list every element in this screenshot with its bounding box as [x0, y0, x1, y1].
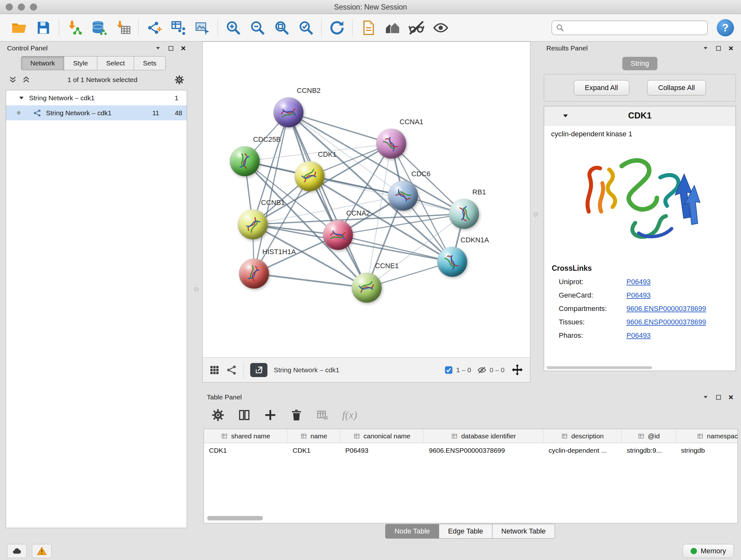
show-elements-button[interactable]	[428, 17, 453, 39]
selected-checkbox-icon[interactable]	[444, 366, 453, 374]
search-input[interactable]	[567, 24, 703, 32]
close-window-button[interactable]	[6, 3, 13, 10]
apply-layout-button[interactable]	[325, 17, 349, 39]
save-session-button[interactable]	[31, 17, 56, 39]
column-header-canonical-name[interactable]: canonical name	[340, 429, 424, 443]
network-collection-row[interactable]: String Network – cdk1 1	[6, 90, 187, 105]
pan-move-icon[interactable]	[511, 364, 524, 376]
network-edge[interactable]	[288, 112, 367, 288]
panel-splitter-handle[interactable]	[194, 287, 199, 292]
tab-edge-table[interactable]: Edge Table	[439, 524, 492, 539]
show-columns-icon[interactable]	[238, 408, 251, 422]
import-table-button[interactable]	[111, 17, 135, 39]
table-row[interactable]: CDK1CDK1P064939606.ENSP00000378699cyclin…	[204, 443, 738, 458]
network-node-ccna2[interactable]	[323, 220, 353, 250]
tab-sets[interactable]: Sets	[134, 57, 165, 70]
tab-string[interactable]: String	[622, 57, 657, 70]
column-header-shared-name[interactable]: shared name	[204, 429, 287, 443]
column-header-description[interactable]: description	[543, 429, 622, 443]
table-settings-gear-icon[interactable]	[211, 408, 225, 422]
float-panel-icon[interactable]	[169, 46, 173, 51]
help-button[interactable]: ?	[717, 19, 734, 37]
tab-network[interactable]: Network	[21, 57, 64, 70]
clone-network-button[interactable]	[166, 17, 190, 39]
column-header-namespac[interactable]: namespac	[676, 429, 738, 443]
import-network-file-button[interactable]	[62, 17, 86, 39]
collapse-card-icon[interactable]	[562, 112, 569, 119]
memory-button[interactable]: Memory	[683, 544, 734, 558]
column-header-name[interactable]: name	[287, 429, 340, 443]
tab-style[interactable]: Style	[64, 57, 97, 70]
panel-menu-icon[interactable]	[155, 45, 161, 51]
network-edge[interactable]	[253, 112, 288, 225]
import-network-database-button[interactable]	[86, 17, 111, 39]
zoom-fit-button[interactable]	[270, 17, 294, 39]
new-network-button[interactable]	[142, 17, 166, 39]
birdseye-view-icon[interactable]	[209, 365, 220, 375]
network-node-ccnb1[interactable]	[238, 209, 268, 240]
expand-all-button[interactable]: Expand All	[574, 80, 629, 96]
crosslink-link[interactable]: 9606.ENSP00000378699	[626, 305, 706, 313]
open-session-button[interactable]	[7, 17, 31, 39]
network-node-ccne1[interactable]	[352, 273, 382, 303]
network-row-selected[interactable]: String Network – cdk1 11 48	[6, 105, 187, 120]
network-node-hist1h1a[interactable]	[239, 259, 269, 289]
expand-all-networks-button[interactable]	[22, 75, 30, 84]
network-node-cdk1[interactable]	[294, 161, 325, 191]
protein-result-card: CDK1 cyclin-dependent kinase 1	[544, 106, 736, 371]
new-view-button[interactable]	[190, 17, 214, 39]
panel-menu-icon[interactable]	[703, 394, 709, 400]
network-edge[interactable]	[288, 112, 391, 144]
tab-network-table[interactable]: Network Table	[492, 524, 555, 539]
warnings-button[interactable]	[32, 544, 52, 558]
collection-disclosure-icon[interactable]	[18, 95, 24, 101]
network-edge[interactable]	[254, 273, 367, 288]
zoom-out-button[interactable]	[246, 17, 270, 39]
close-panel-icon[interactable]: ×	[729, 393, 733, 401]
float-panel-icon[interactable]	[716, 46, 721, 51]
network-node-cdkn1a[interactable]	[437, 247, 467, 277]
collapse-all-button[interactable]: Collapse All	[647, 80, 706, 96]
network-node-cdc6[interactable]	[388, 181, 418, 211]
column-header-@id[interactable]: @id	[622, 429, 676, 443]
crosslink-link[interactable]: P06493	[626, 331, 651, 340]
copy-style-button[interactable]	[356, 17, 380, 39]
results-scrollbar[interactable]	[547, 366, 652, 369]
main-toolbar: ?	[0, 14, 741, 42]
network-node-rb1[interactable]	[449, 199, 479, 229]
database-icon	[91, 20, 107, 36]
home-button[interactable]	[380, 17, 404, 39]
zoom-in-button[interactable]	[221, 17, 246, 39]
hidden-eye-icon[interactable]	[477, 366, 486, 374]
close-panel-icon[interactable]: ×	[181, 44, 186, 52]
zoom-window-button[interactable]	[30, 3, 37, 10]
table-horizontal-scrollbar[interactable]	[207, 516, 263, 520]
panel-splitter-handle[interactable]	[534, 212, 538, 216]
network-node-ccna1[interactable]	[376, 129, 406, 159]
float-panel-icon[interactable]	[716, 395, 721, 400]
close-panel-icon[interactable]: ×	[729, 44, 733, 52]
column-header-database-identifier[interactable]: database identifier	[424, 429, 543, 443]
zoom-selected-button[interactable]	[294, 17, 318, 39]
add-column-icon[interactable]	[264, 408, 277, 422]
tab-node-table[interactable]: Node Table	[385, 524, 439, 539]
network-options-gear-icon[interactable]	[174, 75, 185, 85]
network-edge[interactable]	[310, 176, 464, 214]
crosslink-link[interactable]: P06493	[626, 278, 651, 286]
network-node-cdc25b[interactable]	[230, 146, 260, 176]
protein-card-header[interactable]: CDK1	[544, 106, 736, 125]
warning-icon	[37, 546, 47, 556]
minimize-window-button[interactable]	[18, 3, 25, 10]
network-share-icon[interactable]	[226, 365, 237, 375]
delete-column-icon[interactable]	[290, 408, 303, 422]
network-canvas[interactable]: CCNB2CCNA1CDC25BCDK1CDC6RB1CCNB1CCNA2CDK…	[203, 42, 530, 357]
crosslink-link[interactable]: P06493	[626, 291, 651, 300]
network-node-ccnb2[interactable]	[273, 98, 304, 127]
panel-menu-icon[interactable]	[703, 45, 709, 51]
hide-elements-button[interactable]	[404, 17, 428, 39]
cloud-status-button[interactable]	[7, 544, 27, 558]
collapse-all-networks-button[interactable]	[8, 75, 17, 84]
crosslink-link[interactable]: 9606.ENSP00000378699	[626, 318, 706, 326]
tab-select[interactable]: Select	[97, 57, 134, 70]
export-view-button[interactable]	[250, 363, 267, 377]
